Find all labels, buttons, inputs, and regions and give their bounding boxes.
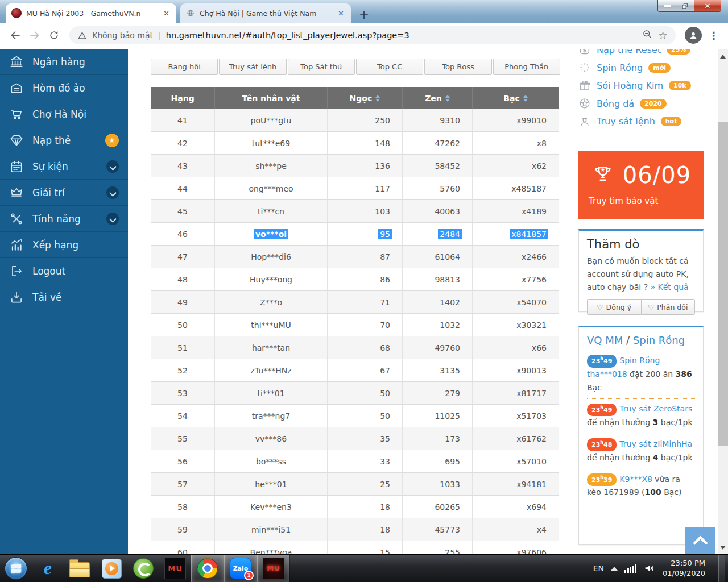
chevron-down-icon[interactable]	[106, 160, 119, 173]
cell-rank: 44	[151, 177, 215, 199]
quick-link-label[interactable]: Bóng đá	[597, 98, 634, 109]
taskbar-mu-game[interactable]: MU	[257, 555, 290, 582]
close-button[interactable]: ✕	[694, 0, 721, 12]
speaker-icon[interactable]	[643, 562, 656, 575]
feed-title-link-vqmm[interactable]: VQ MM	[587, 334, 623, 346]
profile-avatar[interactable]	[685, 27, 702, 44]
sidebar-item-label: Hòm đồ ảo	[32, 82, 119, 94]
sidebar-item-tinh-nang[interactable]: Tính năng	[0, 206, 128, 232]
back-to-top-button[interactable]	[685, 527, 715, 554]
sidebar-item-xep-hang[interactable]: Xếp hạng	[0, 232, 128, 258]
start-button[interactable]	[0, 555, 32, 582]
folder-icon	[69, 562, 90, 577]
quick-link-label[interactable]: Spin Rồng	[597, 63, 643, 73]
cell-bac: x99010	[473, 109, 559, 131]
tab-close-icon[interactable]: ✕	[337, 9, 345, 18]
quick-link-soi-hoang-kim[interactable]: Sói Hoàng Kim 10k	[578, 77, 709, 95]
scroll-down-icon[interactable]	[720, 546, 726, 550]
zoom-out-icon[interactable]	[642, 28, 653, 42]
event-banner[interactable]: ★ 06/09 Truy tìm bảo vật	[578, 151, 704, 219]
tab-bang-hoi[interactable]: Bang hội	[151, 59, 218, 75]
header-ngoc[interactable]: Ngọc	[328, 87, 403, 109]
quick-link-spin-rong[interactable]: Spin Rồng mới	[578, 59, 709, 77]
header-zen[interactable]: Zen	[403, 87, 473, 109]
network-signal-icon[interactable]	[624, 564, 636, 573]
cell-ngoc: 103	[328, 200, 403, 222]
taskbar-mu-launcher[interactable]: MU	[159, 555, 191, 582]
sidebar-item-hom-do-ao[interactable]: Hòm đồ ảo	[0, 75, 128, 101]
cell-name: Hop***di6	[215, 246, 328, 268]
minimize-button[interactable]	[657, 0, 676, 12]
url-text[interactable]: hn.gamethuvn.net/#auth/top_list_playerJe…	[166, 31, 636, 40]
scrollbar-thumb[interactable]	[718, 122, 728, 446]
sort-icon[interactable]	[375, 95, 380, 102]
tab-top-cc[interactable]: Top CC	[356, 59, 423, 75]
sidebar-item-nap-the[interactable]: Nạp thẻ ★	[0, 127, 128, 153]
cell-name: bo***ss	[215, 450, 328, 472]
cell-zen: 1402	[403, 291, 473, 313]
browser-tab-2[interactable]: Chợ Hà Nội | Game thủ Việt Nam ✕	[180, 3, 351, 23]
sidebar-item-logout[interactable]: Logout	[0, 258, 128, 284]
tab-phong-than[interactable]: Phong Thần	[493, 59, 560, 75]
taskbar-file-explorer[interactable]	[64, 555, 96, 582]
language-indicator[interactable]: EN	[593, 564, 604, 573]
url-bar[interactable]: Không bảo mật | hn.gamethuvn.net/#auth/t…	[69, 26, 676, 44]
sidebar-item-ngan-hang[interactable]: Ngân hàng	[0, 49, 128, 75]
back-button[interactable]	[6, 26, 25, 45]
taskbar-clock[interactable]: 23:50 PM 01/09/2020	[663, 558, 705, 579]
taskbar-chrome[interactable]	[191, 555, 224, 582]
forward-button[interactable]	[25, 26, 44, 45]
cell-name: thi***uMU	[215, 314, 328, 336]
tab-close-icon[interactable]: ✕	[162, 9, 171, 18]
restore-button[interactable]	[676, 0, 694, 12]
quick-link-label[interactable]: Truy sát lệnh	[597, 116, 655, 127]
show-desktop-button[interactable]	[718, 555, 725, 582]
tab-top-sat-thu[interactable]: Top Sát thủ	[288, 59, 355, 75]
poll-disagree-button[interactable]: ♡Phản đối	[641, 299, 696, 315]
browser-tab-1[interactable]: MU Hà Nội 2003 - GamethuVN.n ✕	[6, 3, 176, 23]
taskbar-internet-explorer[interactable]: e	[32, 555, 64, 582]
taskbar-zalo[interactable]: Zalo 1	[224, 555, 257, 582]
quick-link-label[interactable]: Nạp thẻ Reset	[597, 49, 661, 55]
chevron-down-icon[interactable]	[106, 213, 119, 225]
poll-agree-button[interactable]: ♡Đồng ý	[587, 299, 641, 315]
security-warning-label[interactable]: Không bảo mật	[92, 31, 153, 40]
mu-game-icon: MU	[263, 558, 284, 579]
trophy-icon: ★	[591, 163, 615, 187]
table-row: 53 ti***01 50 279 x81717	[151, 382, 559, 405]
sort-icon[interactable]	[445, 95, 450, 102]
quick-link-nap-the-reset[interactable]: $ Nạp thẻ Reset 25%	[578, 49, 709, 59]
cell-name: Kev***en3	[215, 496, 328, 518]
poll-result-link[interactable]: » Kết quả	[651, 282, 689, 292]
bookmark-star-icon[interactable]: ☆	[658, 30, 668, 41]
taskbar-media-player[interactable]	[96, 555, 127, 582]
cell-bac: x54070	[473, 291, 559, 313]
heart-pulse-icon: ♡	[648, 303, 654, 311]
sort-icon[interactable]	[523, 95, 528, 102]
chevron-down-icon[interactable]	[106, 186, 119, 199]
browser-menu-icon[interactable]: ⋮	[705, 30, 722, 41]
quick-link-bong-da[interactable]: Bóng đá 2020	[578, 95, 709, 113]
tab-top-boss[interactable]: Top Boss	[424, 59, 491, 75]
sidebar-item-cho-ha-noi[interactable]: Chợ Hà Nội	[0, 101, 128, 127]
cell-zen: 9310	[403, 109, 473, 131]
cart-icon	[9, 107, 24, 122]
sidebar-item-su-kien[interactable]: Sự kiện	[0, 153, 128, 180]
scroll-up-icon[interactable]	[720, 55, 726, 59]
tab-truy-sat-lenh[interactable]: Truy sát lệnh	[219, 59, 286, 75]
quick-link-badge: hot	[661, 117, 682, 126]
reload-button[interactable]	[44, 26, 64, 45]
header-bac[interactable]: Bạc	[473, 87, 559, 109]
chest-icon	[9, 81, 24, 95]
feed-title-link-spin-rong[interactable]: Spin Rồng	[633, 334, 685, 346]
taskbar-coccoc[interactable]	[127, 555, 159, 582]
page-scrollbar[interactable]	[718, 49, 728, 554]
poll-title: Thăm dò	[587, 238, 695, 251]
new-tab-button[interactable]: +	[355, 6, 373, 23]
sidebar-item-giai-tri[interactable]: Giải trí	[0, 180, 128, 206]
quick-link-label[interactable]: Sói Hoàng Kim	[597, 80, 663, 91]
quick-link-truy-sat-lenh[interactable]: Truy sát lệnh hot	[578, 113, 709, 131]
hidden-icons-arrow[interactable]	[611, 567, 618, 571]
sidebar-item-tai-ve[interactable]: Tải về	[0, 284, 128, 310]
cell-ngoc: 18	[328, 518, 403, 541]
